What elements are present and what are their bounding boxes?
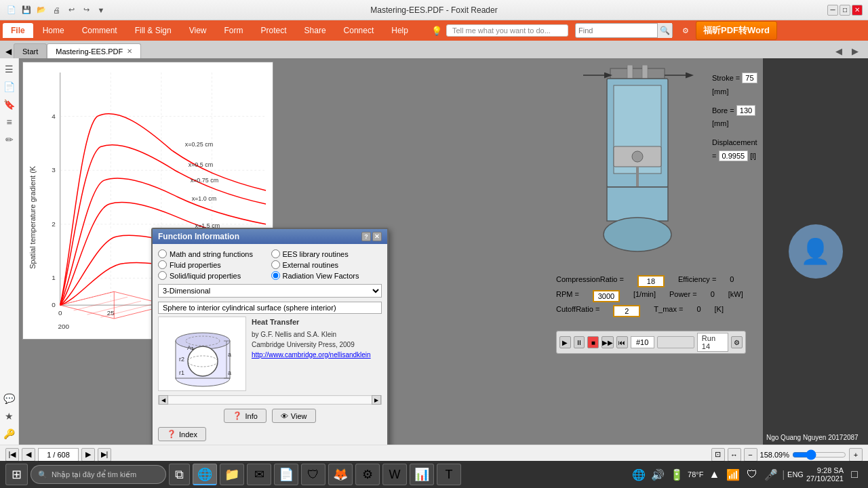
volume-icon[interactable]: 🔊 — [650, 466, 666, 483]
run-pause-btn[interactable]: ⏸ — [574, 336, 585, 348]
dialog-scrollbar[interactable]: ◀ ▶ — [158, 395, 382, 405]
comment-icon[interactable]: 💬 — [1, 390, 18, 407]
taskbar-teams[interactable]: T — [437, 464, 461, 485]
battery-icon[interactable]: 🔋 — [669, 466, 685, 483]
tab-nav-left[interactable]: ◀ — [831, 43, 846, 58]
layer-icon[interactable]: ≡ — [1, 114, 18, 130]
redo-icon[interactable]: ↪ — [80, 4, 92, 16]
taskbar-chrome[interactable]: 🌐 — [193, 464, 217, 485]
pen-icon[interactable]: ✏ — [1, 131, 18, 148]
radio-solid-input[interactable] — [158, 271, 167, 280]
bookmark-icon[interactable]: 🔖 — [1, 96, 18, 113]
taskbar-app4[interactable]: 📊 — [410, 464, 434, 485]
zoom-slider[interactable] — [792, 449, 846, 460]
tab-protect[interactable]: Protect — [253, 23, 295, 38]
open-icon[interactable]: 📂 — [35, 4, 47, 16]
taskbar-mail[interactable]: ✉ — [247, 464, 271, 485]
tab-fillsign[interactable]: Fill & Sign — [127, 23, 180, 38]
radio-radiation-input[interactable] — [271, 271, 280, 280]
dialog-close-btn[interactable]: ✕ — [372, 232, 382, 241]
dialog-help-btn[interactable]: ? — [361, 232, 371, 241]
taskbar-search[interactable]: 🔍 Nhập tại đây để tìm kiếm — [31, 465, 166, 484]
tab-connect[interactable]: Connect — [336, 23, 382, 38]
run-step-btn[interactable]: ▶▶ — [601, 336, 614, 348]
key-icon[interactable]: 🔑 — [1, 426, 18, 442]
step-input[interactable] — [631, 336, 654, 348]
tab-view[interactable]: View — [181, 23, 215, 38]
taskbar-app1[interactable]: 🛡 — [301, 464, 326, 485]
task-view-button[interactable]: ⧉ — [169, 464, 190, 485]
network-icon[interactable]: 🌐 — [631, 466, 647, 483]
fit-width-btn[interactable]: ↔ — [728, 448, 741, 462]
radio-fluid-input[interactable] — [158, 260, 167, 269]
book-url[interactable]: http://www.cambridge.org/nellisandklein — [252, 350, 382, 360]
up-arrow-icon[interactable]: ▲ — [706, 466, 722, 483]
doc-tab-pdf[interactable]: Mastering-EES.PDF ✕ — [47, 43, 141, 58]
info-button[interactable]: ❓ Info — [224, 409, 266, 423]
index-button[interactable]: ❓ Index — [158, 427, 206, 441]
tab-help[interactable]: Help — [383, 23, 416, 38]
close-button[interactable]: ✕ — [852, 5, 863, 16]
star-icon[interactable]: ★ — [1, 408, 18, 424]
run-more-btn[interactable]: ⚙ — [731, 336, 743, 348]
page-input[interactable] — [38, 448, 79, 462]
radio-ees-input[interactable] — [271, 249, 280, 258]
prev-page-btn[interactable]: ◀ — [22, 448, 35, 462]
save-icon[interactable]: 💾 — [20, 4, 33, 16]
mic-icon[interactable]: 🎤 — [763, 466, 779, 483]
taskbar-app2[interactable]: 🦊 — [328, 464, 353, 485]
windows-security[interactable]: 🛡 — [744, 466, 760, 483]
undo-icon[interactable]: ↩ — [65, 4, 77, 16]
more-icon[interactable]: ▼ — [95, 4, 107, 16]
settings-icon[interactable]: ⚙ — [679, 24, 692, 37]
tab-share[interactable]: Share — [296, 23, 334, 38]
run-back-btn[interactable]: ⏮ — [616, 336, 628, 348]
minimize-button[interactable]: ─ — [827, 5, 838, 16]
zoom-in-btn[interactable]: + — [849, 448, 863, 462]
tab-file[interactable]: File — [3, 23, 33, 38]
print-icon[interactable]: 🖨 — [50, 4, 62, 16]
doc-tab-start[interactable]: Start — [14, 43, 47, 58]
start-button[interactable]: ⊞ — [5, 464, 28, 485]
run-start-btn[interactable]: ▶ — [559, 336, 571, 348]
taskbar-pdf[interactable]: 📄 — [274, 464, 298, 485]
view-button[interactable]: 👁 View — [272, 409, 316, 423]
find-input[interactable] — [576, 26, 657, 35]
radio-external-input[interactable] — [271, 260, 280, 269]
tab-comment[interactable]: Comment — [74, 23, 125, 38]
radio-external[interactable]: External routines — [271, 260, 382, 269]
hand-icon[interactable]: ☰ — [1, 61, 18, 77]
foxit-word-button[interactable]: 福昕PDF转Word — [696, 21, 777, 40]
scroll-right-btn[interactable]: ▶ — [372, 395, 381, 405]
show-desktop-btn[interactable]: □ — [846, 466, 863, 483]
radio-solid[interactable]: Solid/liquid properties — [158, 271, 269, 280]
pdf-tab-close[interactable]: ✕ — [127, 47, 132, 55]
dialog-title-bar[interactable]: Function Information ? ✕ — [153, 229, 387, 244]
taskbar-word[interactable]: W — [382, 464, 407, 485]
run-stop-btn[interactable]: ■ — [587, 336, 599, 348]
radio-fluid[interactable]: Fluid properties — [158, 260, 269, 269]
taskbar-explorer[interactable]: 📁 — [220, 464, 244, 485]
first-page-btn[interactable]: |◀ — [5, 448, 19, 462]
wifi-icon[interactable]: 📶 — [725, 466, 741, 483]
fit-page-btn[interactable]: ⊡ — [711, 448, 725, 462]
taskbar-app3[interactable]: ⚙ — [355, 464, 380, 485]
next-page-btn[interactable]: ▶ — [81, 448, 95, 462]
zoom-out-btn[interactable]: − — [744, 448, 757, 462]
radio-math-input[interactable] — [158, 249, 167, 258]
tab-home[interactable]: Home — [35, 23, 73, 38]
radio-radiation[interactable]: Radiation View Factors — [271, 271, 382, 280]
tell-me-input[interactable]: Tell me what you want to do... — [446, 24, 568, 37]
last-page-btn[interactable]: ▶| — [98, 448, 111, 462]
dimension-select[interactable]: 3-Dimensional 2-Dimensional 1-Dimensiona… — [158, 284, 382, 298]
tab-nav-right[interactable]: ▶ — [848, 43, 863, 58]
page-icon[interactable]: 📄 — [1, 79, 18, 95]
radio-ees[interactable]: EES library routines — [271, 249, 382, 258]
radio-math[interactable]: Math and string functions — [158, 249, 269, 258]
maximize-button[interactable]: □ — [840, 5, 850, 16]
scroll-left-btn[interactable]: ◀ — [159, 395, 168, 405]
search-button[interactable]: 🔍 — [657, 23, 672, 38]
book-title: Heat Transfer — [252, 317, 382, 328]
nav-left-icon[interactable]: ◀ — [3, 45, 14, 58]
tab-form[interactable]: Form — [216, 23, 252, 38]
